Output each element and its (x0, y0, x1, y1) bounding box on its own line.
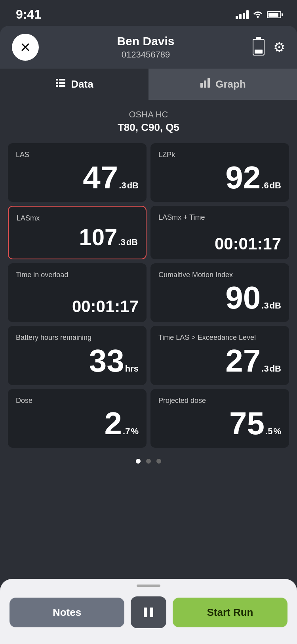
svg-rect-12 (150, 608, 153, 617)
metric-card-4: Time in overload00:01:17 (8, 263, 147, 322)
metric-label-2: LASmx (17, 214, 138, 223)
metric-label-6: Battery hours remaining (16, 333, 139, 342)
metric-label-4: Time in overload (16, 270, 139, 280)
metric-main-4: 00:01:17 (72, 298, 139, 315)
tab-graph[interactable]: Graph (148, 69, 297, 100)
metric-card-6: Battery hours remaining33hrs (8, 326, 147, 385)
svg-rect-5 (59, 82, 65, 84)
close-button[interactable] (12, 34, 39, 61)
metric-card-1: LZPk92.6dB (150, 143, 289, 202)
header-actions: ⚙ (253, 39, 285, 56)
metric-sup-2: .3 (118, 237, 125, 247)
svg-rect-8 (200, 83, 203, 88)
metric-value-0: 47.3dB (16, 162, 139, 195)
metric-unit-7: dB (270, 364, 281, 374)
svg-rect-3 (59, 79, 65, 80)
metric-unit-0: dB (127, 180, 139, 191)
status-bar: 9:41 (0, 0, 297, 26)
metric-value-5: 90.3dB (158, 282, 281, 315)
tab-data[interactable]: Data (0, 69, 148, 100)
main-content: OSHA HC T80, C90, Q5 LAS47.3dBLZPk92.6dB… (0, 100, 297, 472)
metric-value-7: 27.3dB (158, 345, 281, 378)
device-battery-icon (253, 39, 265, 56)
metric-main-1: 92 (225, 162, 261, 194)
bottom-sheet: Notes Start Run (0, 579, 297, 644)
metric-card-3: LASmx + Time00:01:17 (150, 206, 289, 259)
metric-label-1: LZPk (158, 150, 281, 159)
metric-card-5: Cumaltive Motion Index90.3dB (150, 263, 289, 322)
svg-rect-11 (144, 608, 147, 617)
metric-label-7: Time LAS > Exceedance Level (158, 333, 281, 342)
metric-value-3: 00:01:17 (158, 236, 281, 252)
pagination-dot-1[interactable] (146, 459, 151, 464)
svg-rect-10 (208, 78, 210, 88)
metric-value-1: 92.6dB (158, 162, 281, 195)
metric-sup-8: .7 (123, 426, 130, 437)
pagination (8, 448, 289, 472)
notes-button[interactable]: Notes (10, 598, 124, 627)
metric-label-8: Dose (16, 396, 139, 405)
header-center: Ben Davis 0123456789 (39, 34, 253, 60)
metrics-grid: LAS47.3dBLZPk92.6dBLASmx107.3dBLASmx + T… (8, 143, 289, 448)
bar-chart-icon (200, 77, 211, 91)
metric-value-8: 2.7% (16, 408, 139, 441)
metric-unit-9: % (273, 426, 281, 437)
metric-unit-6: hrs (125, 364, 139, 374)
status-time: 9:41 (16, 7, 41, 22)
metric-label-5: Cumaltive Motion Index (158, 270, 281, 280)
metric-sup-0: .3 (119, 180, 126, 191)
metric-label-3: LASmx + Time (158, 213, 281, 222)
pagination-dot-0[interactable] (136, 459, 141, 464)
metric-main-2: 107 (79, 226, 118, 249)
tab-data-label: Data (71, 78, 93, 90)
metric-main-3: 00:01:17 (215, 236, 281, 252)
metric-label-9: Projected dose (158, 396, 281, 405)
metric-unit-8: % (131, 426, 139, 437)
metric-card-0: LAS47.3dB (8, 143, 147, 202)
bottom-actions: Notes Start Run (10, 596, 287, 628)
header: Ben Davis 0123456789 ⚙ (0, 26, 297, 69)
metric-value-6: 33hrs (16, 345, 139, 378)
metric-card-7: Time LAS > Exceedance Level27.3dB (150, 326, 289, 385)
metric-main-0: 47 (83, 162, 118, 194)
settings-icon[interactable]: ⚙ (273, 39, 285, 55)
svg-rect-2 (56, 79, 58, 80)
status-icons (236, 9, 281, 20)
metric-unit-5: dB (270, 301, 281, 311)
pagination-dot-2[interactable] (156, 459, 161, 464)
subtitle: OSHA HC T80, C90, Q5 (8, 109, 289, 134)
pause-button[interactable] (131, 596, 166, 628)
metric-sup-5: .3 (261, 301, 268, 311)
svg-rect-4 (56, 82, 58, 84)
metric-sup-1: .6 (261, 180, 268, 191)
signal-icon (236, 10, 249, 19)
svg-rect-6 (56, 85, 58, 87)
metric-value-2: 107.3dB (17, 226, 138, 251)
list-icon (55, 77, 66, 91)
metric-value-4: 00:01:17 (16, 298, 139, 315)
metric-main-7: 27 (225, 345, 261, 377)
battery-status-icon (267, 11, 281, 18)
start-run-button[interactable]: Start Run (173, 598, 287, 627)
metric-main-8: 2 (105, 408, 122, 439)
bottom-handle (137, 585, 160, 587)
subtitle-standard: OSHA HC (8, 109, 289, 120)
subtitle-params: T80, C90, Q5 (8, 121, 289, 134)
wifi-icon (253, 9, 263, 20)
user-name: Ben Davis (39, 34, 253, 48)
metric-value-9: 75.5% (158, 408, 281, 441)
metric-unit-1: dB (270, 180, 281, 191)
user-phone: 0123456789 (39, 50, 253, 60)
metric-sup-7: .3 (261, 364, 268, 374)
tab-graph-label: Graph (215, 78, 246, 90)
metric-sup-9: .5 (265, 426, 272, 437)
tab-bar: Data Graph (0, 69, 297, 100)
metric-unit-2: dB (126, 237, 138, 247)
metric-card-9: Projected dose75.5% (150, 389, 289, 448)
metric-label-0: LAS (16, 150, 139, 159)
metric-card-8: Dose2.7% (8, 389, 147, 448)
svg-rect-9 (204, 80, 206, 88)
svg-rect-7 (59, 85, 65, 87)
metric-card-2: LASmx107.3dB (8, 206, 147, 259)
metric-main-9: 75 (229, 408, 265, 439)
